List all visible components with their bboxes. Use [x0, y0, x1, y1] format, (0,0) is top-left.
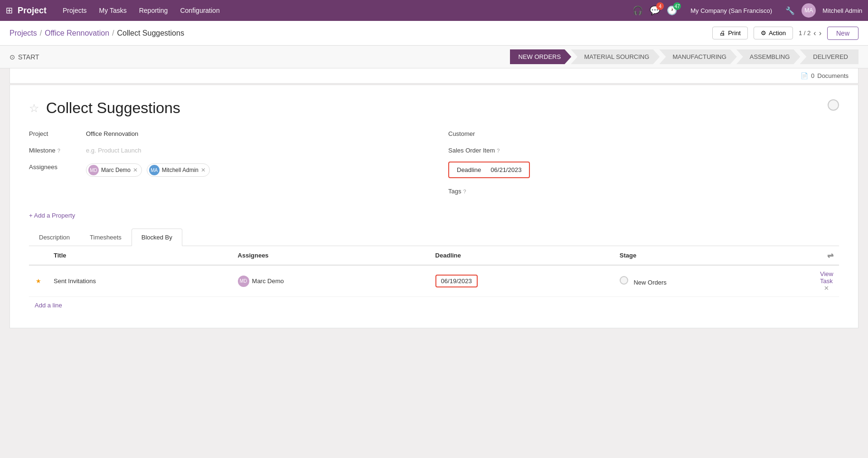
remove-mitchell-admin[interactable]: ✕ — [201, 167, 206, 173]
task-form: ☆ Collect Suggestions Project Office Ren… — [9, 85, 859, 328]
nav-reporting[interactable]: Reporting — [134, 5, 173, 16]
mitchell-admin-avatar: MA — [149, 165, 160, 175]
th-star — [29, 246, 48, 265]
separator-2: / — [112, 29, 114, 38]
stage-new-orders[interactable]: NEW ORDERS — [510, 49, 572, 64]
message-badge: 4 — [656, 2, 664, 10]
messages-icon[interactable]: 💬 4 — [650, 5, 660, 16]
remove-marc-demo[interactable]: ✕ — [133, 167, 138, 173]
task-title-row: ☆ Collect Suggestions — [29, 99, 839, 117]
stage-manufacturing[interactable]: MANUFACTURING — [659, 49, 736, 64]
mitchell-admin-name: Mitchell Admin — [162, 167, 198, 173]
customer-value[interactable] — [505, 128, 839, 130]
milestone-input[interactable]: e.g. Product Launch — [86, 145, 420, 154]
sales-order-row: Sales Order Item ? — [448, 145, 839, 154]
row-stage-circle — [620, 276, 628, 285]
tab-description[interactable]: Description — [29, 229, 80, 246]
th-title: Title — [48, 246, 232, 265]
stage-bar: ⊙ START NEW ORDERS MATERIAL SOURCING MAN… — [0, 46, 868, 68]
documents-bar: 📄 0 Documents — [9, 68, 859, 84]
milestone-row: Milestone ? e.g. Product Launch — [29, 145, 420, 154]
tab-timesheets[interactable]: Timesheets — [80, 229, 132, 246]
remove-row-button[interactable]: ✕ — [824, 285, 829, 292]
milestone-help-icon[interactable]: ? — [57, 148, 60, 153]
nav-my-tasks[interactable]: My Tasks — [94, 5, 132, 16]
tags-row: Tags ? — [448, 186, 839, 195]
row-stage-label: New Orders — [633, 279, 666, 286]
customer-row: Customer — [448, 128, 839, 137]
activity-icon[interactable]: 🕐 47 — [667, 5, 677, 16]
row-deadline[interactable]: 06/19/2023 — [430, 265, 614, 297]
project-label: Project — [29, 128, 86, 137]
th-deadline: Deadline — [430, 246, 614, 265]
gear-icon: ⚙ — [761, 29, 766, 37]
company-name: My Company (San Francisco) — [690, 7, 772, 14]
top-navigation: ⊞ Project Projects My Tasks Reporting Co… — [0, 0, 868, 21]
status-circle[interactable] — [828, 99, 839, 111]
add-line-button[interactable]: Add a line — [29, 297, 68, 314]
document-icon: 📄 — [801, 72, 808, 79]
row-assignee-inline: MD Marc Demo — [238, 276, 424, 287]
separator-1: / — [40, 29, 42, 38]
settings-icon[interactable]: 🔧 — [785, 6, 795, 15]
th-assignees: Assignees — [232, 246, 430, 265]
marc-demo-avatar: MD — [88, 165, 99, 175]
table-settings-icon[interactable]: ⇌ — [827, 251, 833, 260]
tags-help-icon[interactable]: ? — [463, 189, 466, 194]
stage-assembling[interactable]: ASSEMBLING — [736, 49, 801, 64]
next-arrow[interactable]: › — [819, 29, 821, 38]
tab-blocked-by[interactable]: Blocked By — [132, 229, 182, 246]
print-button[interactable]: 🖨 Print — [712, 27, 748, 39]
avatar[interactable]: MA — [802, 3, 816, 18]
row-deadline-box: 06/19/2023 — [435, 275, 478, 287]
deadline-label: Deadline — [457, 166, 481, 173]
documents-button[interactable]: 📄 0 Documents — [801, 72, 849, 79]
row-stage: New Orders — [614, 265, 814, 297]
assignees-value: MD Marc Demo ✕ MA Mitchell Admin ✕ — [86, 162, 420, 177]
row-title[interactable]: Sent Invitations — [48, 265, 232, 297]
view-task-link[interactable]: View Task — [820, 270, 833, 285]
tags-value[interactable] — [505, 186, 839, 188]
deadline-box[interactable]: Deadline 06/21/2023 — [448, 162, 530, 178]
activity-badge: 47 — [673, 2, 681, 10]
sales-order-help-icon[interactable]: ? — [497, 148, 500, 153]
support-icon[interactable]: 🎧 — [632, 5, 643, 16]
record-counter: 1 / 2 ‹ › — [799, 29, 821, 38]
assignees-row: Assignees MD Marc Demo ✕ MA Mitchell Adm… — [29, 162, 420, 177]
nav-projects[interactable]: Projects — [58, 5, 92, 16]
app-name: Project — [18, 6, 47, 16]
new-button[interactable]: New — [827, 27, 859, 40]
task-title: Collect Suggestions — [46, 99, 180, 117]
breadcrumb-projects[interactable]: Projects — [9, 29, 37, 38]
stage-delivered[interactable]: DELIVERED — [800, 49, 859, 64]
main-content: 📄 0 Documents ☆ Collect Suggestions Proj… — [0, 68, 868, 338]
nav-configuration[interactable]: Configuration — [175, 5, 224, 16]
th-actions: ⇌ — [814, 246, 839, 265]
prev-arrow[interactable]: ‹ — [813, 29, 816, 38]
marc-demo-name: Marc Demo — [101, 167, 131, 173]
sales-order-value[interactable] — [505, 145, 839, 147]
action-button[interactable]: ⚙ Action — [754, 27, 793, 39]
deadline-row: Deadline 06/21/2023 — [448, 162, 839, 178]
row-assignees: MD Marc Demo — [232, 265, 430, 297]
stage-material-sourcing[interactable]: MATERIAL SOURCING — [571, 49, 660, 64]
breadcrumb-project[interactable]: Office Rennovation — [45, 29, 109, 38]
app-grid-icon[interactable]: ⊞ — [6, 5, 13, 16]
sales-order-label: Sales Order Item ? — [448, 145, 505, 154]
th-stage: Stage — [614, 246, 814, 265]
deadline-value: 06/21/2023 — [491, 166, 521, 173]
milestone-label: Milestone ? — [29, 145, 86, 154]
user-name: Mitchell Admin — [822, 7, 862, 14]
assignee-mitchell-admin: MA Mitchell Admin ✕ — [147, 163, 210, 177]
breadcrumb: Projects / Office Rennovation / Collect … — [9, 29, 708, 38]
form-left-col: Project Office Rennovation Milestone ? e… — [29, 128, 420, 202]
project-row: Project Office Rennovation — [29, 128, 420, 137]
start-button[interactable]: ⊙ START — [9, 53, 39, 61]
project-value[interactable]: Office Rennovation — [86, 128, 420, 137]
star-icon[interactable]: ☆ — [29, 102, 39, 115]
assignee-marc-demo: MD Marc Demo ✕ — [86, 163, 142, 177]
start-icon: ⊙ — [9, 53, 15, 61]
row-assignee-avatar: MD — [238, 276, 249, 287]
add-property-button[interactable]: + Add a Property — [29, 212, 839, 219]
row-star[interactable]: ★ — [29, 265, 48, 297]
